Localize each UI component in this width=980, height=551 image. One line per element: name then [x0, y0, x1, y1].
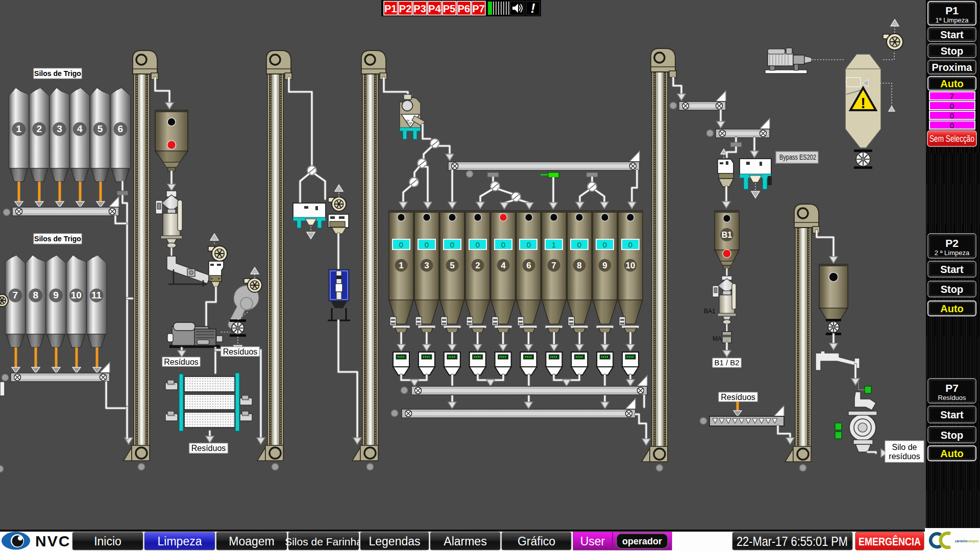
svg-text:1: 1: [16, 123, 22, 134]
svg-text:9: 9: [602, 261, 607, 270]
svg-text:!: !: [861, 94, 866, 111]
svg-text:Stop: Stop: [941, 430, 963, 441]
svg-text:4: 4: [77, 123, 83, 134]
svg-text:9: 9: [53, 290, 59, 300]
svg-text:3: 3: [424, 261, 429, 270]
svg-text:0: 0: [476, 240, 480, 249]
svg-text:campos: campos: [967, 539, 978, 543]
svg-text:Resíduos: Resíduos: [721, 393, 755, 402]
svg-text:6: 6: [526, 261, 531, 270]
svg-text:10: 10: [626, 261, 635, 270]
svg-text:Start: Start: [940, 409, 964, 420]
svg-text:P6: P6: [457, 3, 470, 14]
svg-text:resíduos: resíduos: [889, 452, 920, 461]
svg-text:8: 8: [33, 290, 38, 300]
svg-text:NVC: NVC: [35, 533, 70, 549]
svg-text:Silos de Trigo: Silos de Trigo: [34, 69, 81, 78]
svg-text:10: 10: [71, 290, 82, 300]
svg-text:1ª Limpeza: 1ª Limpeza: [936, 16, 969, 24]
svg-text:Start: Start: [940, 29, 964, 40]
svg-text:7: 7: [13, 290, 18, 300]
svg-text:Auto: Auto: [940, 303, 964, 314]
svg-text:BA1: BA1: [704, 308, 716, 315]
svg-text:Silos de Farinha: Silos de Farinha: [285, 536, 362, 547]
svg-text:0: 0: [950, 111, 954, 120]
svg-text:P5: P5: [443, 3, 455, 14]
svg-text:Inicio: Inicio: [94, 535, 121, 548]
svg-text:Gráfico: Gráfico: [518, 535, 555, 548]
svg-text:MA: MA: [713, 335, 722, 342]
svg-text:0: 0: [501, 240, 505, 249]
svg-text:Moagem: Moagem: [229, 535, 274, 548]
svg-text:0: 0: [603, 240, 607, 249]
svg-text:22-Mar-17 6:55:01 PM: 22-Mar-17 6:55:01 PM: [737, 534, 848, 548]
svg-text:Silos de Trigo: Silos de Trigo: [34, 235, 81, 243]
svg-text:P2: P2: [399, 3, 411, 14]
svg-text:4: 4: [501, 261, 506, 270]
svg-text:11: 11: [91, 290, 102, 300]
svg-text:Start: Start: [940, 264, 964, 275]
svg-text:7: 7: [551, 261, 556, 270]
svg-text:Sem Selecção: Sem Selecção: [929, 133, 974, 144]
svg-text:Resíduos: Resíduos: [191, 444, 226, 453]
svg-text:0: 0: [425, 240, 429, 249]
svg-text:P3: P3: [413, 3, 426, 14]
svg-text:P7: P7: [472, 3, 484, 14]
svg-text:Silo de: Silo de: [892, 443, 917, 452]
svg-text:8: 8: [577, 261, 581, 270]
svg-text:0: 0: [950, 121, 954, 130]
svg-text:0: 0: [527, 240, 531, 249]
svg-text:User: User: [580, 535, 605, 548]
svg-text:1: 1: [552, 240, 556, 249]
svg-text:Proxima: Proxima: [932, 62, 973, 73]
svg-text:operador: operador: [622, 536, 662, 546]
svg-text:carneiro: carneiro: [955, 539, 967, 543]
svg-text:0: 0: [399, 240, 403, 249]
svg-text:0: 0: [628, 240, 632, 249]
svg-text:Legendas: Legendas: [369, 535, 420, 548]
svg-text:0: 0: [950, 102, 954, 110]
svg-text:Resíduos: Resíduos: [938, 394, 966, 402]
svg-text:P7: P7: [945, 382, 959, 394]
svg-text:Stop: Stop: [941, 45, 963, 57]
svg-text:EMERGÊNCIA: EMERGÊNCIA: [859, 535, 921, 548]
svg-text:Limpeza: Limpeza: [158, 535, 202, 548]
svg-text:Stop: Stop: [941, 284, 963, 295]
svg-text:2: 2: [475, 261, 480, 270]
svg-text:0: 0: [577, 240, 581, 249]
svg-text:5: 5: [450, 261, 454, 270]
svg-text:Bypass ES202: Bypass ES202: [779, 153, 816, 161]
svg-text:1: 1: [399, 261, 403, 270]
svg-text:0: 0: [450, 240, 454, 249]
svg-text:6: 6: [118, 123, 124, 134]
svg-text:B1: B1: [722, 231, 732, 239]
svg-text:3: 3: [57, 123, 62, 134]
svg-text:P4: P4: [428, 3, 441, 14]
svg-text:P1: P1: [384, 3, 397, 14]
svg-text:Resíduos: Resíduos: [223, 347, 258, 356]
svg-text:P1: P1: [945, 5, 959, 16]
svg-text:Resíduos: Resíduos: [164, 358, 199, 366]
svg-text:2 ª Limpeza: 2 ª Limpeza: [935, 249, 970, 257]
svg-text:B1 / B2: B1 / B2: [714, 358, 739, 367]
svg-text:Auto: Auto: [940, 78, 964, 89]
svg-text:5: 5: [97, 123, 103, 134]
svg-text:!: !: [531, 1, 535, 16]
svg-text:Alarmes: Alarmes: [444, 535, 486, 548]
svg-text:Auto: Auto: [940, 448, 964, 459]
svg-text:7: 7: [950, 92, 954, 101]
svg-text:P2: P2: [945, 237, 959, 249]
svg-text:2: 2: [36, 123, 42, 134]
